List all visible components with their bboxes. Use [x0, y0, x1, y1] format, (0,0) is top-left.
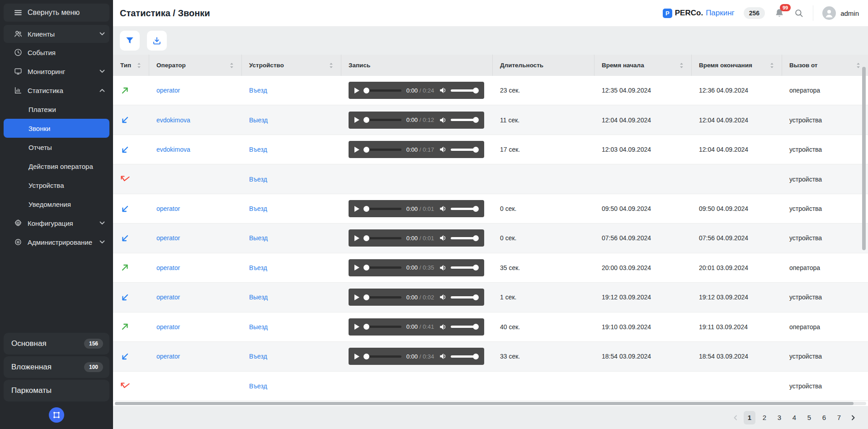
column-header-type[interactable]: Тип	[113, 55, 149, 76]
search-button[interactable]	[794, 8, 804, 18]
sidebar-item-events[interactable]: События	[4, 43, 109, 62]
device-link[interactable]: Въезд	[249, 205, 267, 212]
progress-slider[interactable]	[363, 324, 401, 330]
device-link[interactable]: Выезд	[249, 234, 268, 242]
sort-icon[interactable]	[766, 62, 774, 69]
progress-knob[interactable]	[363, 88, 369, 93]
play-icon[interactable]	[354, 235, 360, 242]
progress-slider[interactable]	[363, 147, 401, 153]
column-header-start-time[interactable]: Время начала	[594, 55, 692, 76]
device-link[interactable]: Въезд	[249, 146, 267, 153]
export-button[interactable]	[147, 31, 167, 51]
column-header-call-from[interactable]: Вызов от	[782, 55, 868, 76]
play-icon[interactable]	[354, 146, 360, 153]
speaker-icon[interactable]	[439, 294, 447, 301]
sidebar-item-payments[interactable]: Платежи	[4, 100, 109, 119]
operator-link[interactable]: operator	[156, 264, 180, 271]
volume-knob[interactable]	[473, 147, 479, 153]
volume-slider[interactable]	[451, 117, 479, 123]
column-header-operator[interactable]: Оператор	[149, 55, 242, 76]
play-icon[interactable]	[354, 117, 360, 123]
page-button-6[interactable]: 6	[818, 411, 830, 424]
speaker-icon[interactable]	[439, 87, 447, 94]
volume-slider[interactable]	[451, 294, 479, 300]
play-icon[interactable]	[354, 205, 360, 212]
operator-link[interactable]: evdokimova	[156, 146, 190, 153]
speaker-icon[interactable]	[439, 146, 447, 153]
progress-knob[interactable]	[363, 294, 369, 300]
operator-link[interactable]: operator	[156, 353, 180, 360]
volume-knob[interactable]	[473, 354, 479, 359]
sidebar-item-configuration[interactable]: Конфигурация	[4, 214, 109, 233]
device-link[interactable]: Въезд	[249, 353, 267, 360]
volume-knob[interactable]	[473, 324, 479, 330]
next-page-button[interactable]	[848, 411, 858, 424]
sort-icon[interactable]	[325, 62, 334, 69]
group-card-nested[interactable]: Вложенная100	[4, 356, 109, 378]
play-icon[interactable]	[354, 323, 360, 330]
sidebar-item-statistics[interactable]: Статистика	[4, 81, 109, 100]
notifications-button[interactable]: 99	[774, 8, 785, 19]
progress-slider[interactable]	[363, 265, 401, 270]
column-header-device[interactable]: Устройство	[242, 55, 341, 76]
speaker-icon[interactable]	[439, 205, 447, 212]
sidebar-item-clients[interactable]: Клиенты	[4, 25, 109, 43]
progress-slider[interactable]	[363, 354, 401, 359]
progress-slider[interactable]	[363, 88, 401, 93]
sidebar-item-devices[interactable]: Устройства	[4, 176, 109, 195]
operator-link[interactable]: evdokimova	[156, 117, 190, 124]
horizontal-scrollbar[interactable]	[115, 402, 854, 405]
volume-slider[interactable]	[451, 88, 479, 93]
filter-button[interactable]	[120, 31, 140, 51]
volume-knob[interactable]	[473, 206, 479, 212]
volume-slider[interactable]	[451, 265, 479, 270]
page-button-4[interactable]: 4	[788, 411, 800, 424]
device-link[interactable]: Выезд	[249, 323, 268, 331]
page-button-5[interactable]: 5	[803, 411, 815, 424]
speaker-icon[interactable]	[439, 323, 447, 331]
play-icon[interactable]	[354, 353, 360, 360]
progress-knob[interactable]	[363, 235, 369, 241]
column-header-end-time[interactable]: Время окончания	[692, 55, 782, 76]
page-button-2[interactable]: 2	[759, 411, 770, 424]
device-link[interactable]: Выезд	[249, 294, 268, 301]
frame-button[interactable]	[49, 407, 64, 423]
sidebar-item-administration[interactable]: Администрирование	[4, 233, 109, 252]
speaker-icon[interactable]	[439, 117, 447, 124]
sort-icon[interactable]	[675, 62, 684, 69]
sidebar-item-reports[interactable]: Отчеты	[4, 138, 109, 157]
column-header-record[interactable]: Запись	[341, 55, 493, 76]
page-button-7[interactable]: 7	[833, 411, 845, 424]
speaker-icon[interactable]	[439, 353, 447, 360]
progress-slider[interactable]	[363, 206, 401, 212]
operator-link[interactable]: operator	[156, 323, 180, 331]
page-button-3[interactable]: 3	[774, 411, 785, 424]
volume-slider[interactable]	[451, 324, 479, 330]
volume-knob[interactable]	[473, 294, 479, 300]
volume-slider[interactable]	[451, 235, 479, 241]
counter-badge[interactable]: 256	[744, 7, 765, 19]
sort-icon[interactable]	[133, 62, 142, 69]
progress-knob[interactable]	[363, 206, 369, 212]
vertical-scrollbar[interactable]	[862, 67, 866, 250]
volume-knob[interactable]	[473, 117, 479, 123]
device-link[interactable]: Въезд	[249, 264, 267, 271]
operator-link[interactable]: operator	[156, 205, 180, 212]
play-icon[interactable]	[354, 294, 360, 301]
progress-knob[interactable]	[363, 354, 369, 359]
device-link[interactable]: Въезд	[249, 176, 267, 183]
column-header-duration[interactable]: Длительность	[493, 55, 594, 76]
progress-knob[interactable]	[363, 147, 369, 153]
sort-icon[interactable]	[852, 62, 861, 69]
progress-knob[interactable]	[363, 324, 369, 330]
volume-knob[interactable]	[473, 88, 479, 93]
volume-slider[interactable]	[451, 354, 479, 359]
sidebar-item-operator-actions[interactable]: Действия оператора	[4, 157, 109, 176]
operator-link[interactable]: operator	[156, 234, 180, 242]
sidebar-item-notifications[interactable]: Уведомления	[4, 195, 109, 214]
volume-knob[interactable]	[473, 265, 479, 270]
group-card-main[interactable]: Основная156	[4, 333, 109, 354]
progress-knob[interactable]	[363, 265, 369, 270]
group-card-parkomats[interactable]: Паркоматы	[4, 380, 109, 401]
volume-slider[interactable]	[451, 147, 479, 153]
